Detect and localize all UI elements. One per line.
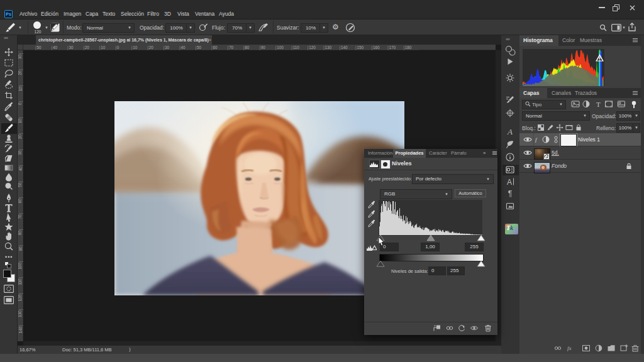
svg-text:20: 20 <box>85 45 90 50</box>
svg-text:170: 170 <box>389 45 396 50</box>
svg-text:10: 10 <box>133 45 138 50</box>
svg-text:110: 110 <box>293 45 300 50</box>
svg-text:30: 30 <box>165 45 170 50</box>
svg-text:0: 0 <box>117 45 119 50</box>
svg-text:120: 120 <box>309 45 316 50</box>
svg-text:160: 160 <box>373 45 380 50</box>
svg-text:0: 0 <box>18 102 23 105</box>
svg-text:140: 140 <box>341 45 348 50</box>
svg-text:T: T <box>596 101 601 108</box>
svg-text:A: A <box>507 127 513 136</box>
svg-text:A: A <box>507 178 512 187</box>
svg-text:80: 80 <box>245 45 250 50</box>
svg-text:20: 20 <box>18 70 23 75</box>
svg-text:60: 60 <box>213 45 218 50</box>
svg-text:80: 80 <box>18 231 23 236</box>
svg-text:20: 20 <box>18 134 23 140</box>
svg-text:100: 100 <box>277 45 284 50</box>
svg-text:50: 50 <box>37 45 42 50</box>
svg-text:40: 40 <box>53 45 58 50</box>
svg-text:140: 140 <box>18 326 23 333</box>
svg-text:fx: fx <box>567 345 572 351</box>
svg-text:60: 60 <box>18 199 23 204</box>
svg-text:150: 150 <box>357 45 364 50</box>
svg-text:130: 130 <box>325 45 332 50</box>
svg-text:30: 30 <box>18 150 23 155</box>
svg-text:100: 100 <box>18 262 23 269</box>
svg-text:40: 40 <box>181 45 186 50</box>
svg-text:120: 120 <box>18 294 23 301</box>
svg-text:70: 70 <box>18 214 23 219</box>
svg-text:130: 130 <box>18 310 23 317</box>
svg-text:30: 30 <box>69 45 74 50</box>
svg-text:30: 30 <box>18 55 23 60</box>
svg-text:70: 70 <box>229 45 234 50</box>
svg-text:40: 40 <box>18 167 23 172</box>
svg-text:50: 50 <box>197 45 202 50</box>
svg-text:20: 20 <box>149 45 154 50</box>
svg-text:110: 110 <box>18 278 23 285</box>
svg-text:¶: ¶ <box>508 189 512 198</box>
svg-text:10: 10 <box>101 45 106 50</box>
svg-text:90: 90 <box>261 45 266 50</box>
svg-text:180: 180 <box>405 45 412 50</box>
svg-text:90: 90 <box>18 246 23 251</box>
svg-text:10: 10 <box>18 118 23 123</box>
svg-text:50: 50 <box>18 182 23 187</box>
svg-text:10: 10 <box>18 87 23 92</box>
